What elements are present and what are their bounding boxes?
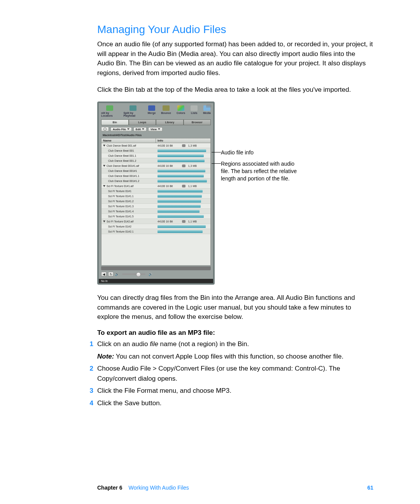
table-row[interactable]: Club Dance Beat 001#1.aif44100 16 Bit1,3…	[102, 163, 210, 168]
callouts: Audio file info Regions associated with …	[221, 102, 299, 285]
step-body: Click on an audio file name (not a regio…	[97, 339, 343, 361]
table-row[interactable]: Club Dance Beat 001.2	[102, 158, 210, 163]
file-info: 44100 16 Bit	[158, 185, 181, 187]
file-name: Sci Fi Texture 01#2.aif	[107, 220, 133, 223]
disclosure-triangle-icon[interactable]	[103, 165, 105, 167]
step-body: Click the Save button.	[97, 398, 161, 408]
step-text: Click on an audio	[97, 340, 150, 348]
link-icon	[103, 128, 107, 131]
steps-list: 1 Click on an audio file name (not a reg…	[97, 339, 373, 408]
tool-label: Merge	[148, 112, 156, 114]
status-strip	[101, 266, 211, 270]
tool-lists[interactable]: Lists	[191, 105, 198, 114]
loop-icon: ↻	[110, 273, 112, 276]
tab-library[interactable]: Library	[156, 119, 184, 125]
footer-title: Working With Audio Files	[128, 485, 189, 491]
stereo-icon	[182, 164, 186, 167]
step-2: 2 Choose Audio File > Copy/Convert Files…	[97, 364, 373, 383]
callout-text: Audio file info	[221, 149, 254, 156]
file-rows: Club Dance Beat 001.aif44100 16 Bit1,3 M…	[101, 143, 211, 266]
table-row[interactable]: Sci Fi Texture 01#1.2	[102, 199, 210, 204]
file-info: 44100 16 Bit	[158, 164, 181, 167]
table-row[interactable]: Club Dance Beat 001#1.2	[102, 178, 210, 184]
col-name[interactable]: Name	[102, 138, 156, 143]
file-name: Club Dance Beat 001.1	[108, 154, 136, 157]
region-bar	[158, 205, 201, 208]
media-tabs: Bin Loops Library Browser	[101, 119, 211, 125]
step-1: 1 Click on an audio file name (not a reg…	[97, 339, 373, 361]
region-bar	[158, 200, 201, 203]
file-name: Sci Fi Texture 01#1.5	[108, 215, 134, 218]
table-row[interactable]: Sci Fi Texture 01#1.4	[102, 209, 210, 214]
volume-slider[interactable]	[122, 273, 145, 275]
table-row[interactable]: Sci Fi Texture 01#1.1	[102, 194, 210, 199]
table-row[interactable]: Sci Fi Texture 01#1	[102, 189, 210, 194]
disclosure-triangle-icon[interactable]	[103, 220, 105, 222]
bounce-icon	[163, 105, 170, 111]
tool-split-locators[interactable]: olit by Locators	[101, 105, 118, 117]
step-note: Note: You can not convert Apple Loop fil…	[97, 352, 343, 362]
table-row[interactable]: Sci Fi Texture 01#2.1	[102, 229, 210, 234]
table-row[interactable]: Sci Fi Texture 01#1.aif44100 16 Bit1,1 M…	[102, 184, 210, 189]
callout-text: Regions associated with audio file. The …	[221, 161, 297, 182]
volume-low-icon: 🔈	[115, 273, 119, 276]
table-row[interactable]: Sci Fi Texture 01#2.aif44100 16 Bit1,1 M…	[102, 219, 210, 224]
window-grip-icon	[206, 105, 212, 108]
leader-line-icon	[212, 163, 221, 164]
tool-split-playhead[interactable]: Split by Playhead	[123, 105, 142, 117]
task-heading: To export an audio file as an MP3 file:	[97, 329, 373, 337]
disclosure-triangle-icon[interactable]	[103, 185, 105, 187]
file-name: Club Dance Beat 001.2	[108, 159, 136, 162]
step-text: name (not a region) in the Bin.	[158, 340, 249, 348]
note-body: You can not convert Apple Loop files wit…	[114, 353, 343, 360]
page-title: Managing Your Audio Files	[97, 23, 373, 36]
file-name: Sci Fi Texture 01#2.1	[108, 230, 134, 233]
footer-page-number: 61	[367, 485, 373, 491]
region-bar	[158, 230, 203, 233]
file-size: 1,3 MB	[187, 164, 197, 167]
table-row[interactable]: Sci Fi Texture 01#1.5	[102, 214, 210, 219]
tool-bounce[interactable]: Bounce	[161, 105, 171, 114]
step-body: Click the File Format menu, and choose M…	[97, 386, 231, 396]
file-name: Club Dance Beat 001#1.1	[108, 175, 139, 177]
region-bar	[158, 195, 202, 198]
tab-loops[interactable]: Loops	[129, 119, 156, 125]
body-paragraph-3: You can directly drag files from the Bin…	[97, 293, 373, 322]
file-name: Sci Fi Texture 01#1.1	[108, 195, 134, 198]
region-bar	[158, 225, 206, 228]
loop-button[interactable]: ↻	[108, 272, 114, 276]
tab-browser[interactable]: Browser	[184, 119, 211, 125]
tool-colors[interactable]: Colors	[177, 105, 185, 114]
screenshot-wrapper: olit by Locators Split by Playhead Merge…	[97, 102, 373, 285]
step-number: 3	[88, 386, 93, 396]
table-row[interactable]: Club Dance Beat 001#1	[102, 168, 210, 173]
table-row[interactable]: Sci Fi Texture 01#1.3	[102, 204, 210, 209]
note-label: Note:	[97, 353, 114, 360]
table-row[interactable]: Club Dance Beat 001#1.1	[102, 173, 210, 178]
tool-merge[interactable]: Merge	[148, 105, 156, 114]
menu-label: Audio File	[113, 128, 126, 131]
region-bar	[158, 215, 204, 218]
menu-view[interactable]: View	[148, 127, 163, 131]
table-row[interactable]: Club Dance Beat 001.1	[102, 153, 210, 158]
table-row[interactable]: Sci Fi Texture 01#2	[102, 224, 210, 229]
menu-edit[interactable]: Edit	[133, 127, 147, 131]
disclosure-triangle-icon[interactable]	[103, 145, 105, 147]
breadcrumb-path: MacintoshHD/Test/Audio Files	[101, 133, 211, 137]
no-input-label: No In	[99, 279, 213, 283]
table-row[interactable]: Club Dance Beat 001.aif44100 16 Bit1,3 M…	[102, 143, 210, 148]
volume-high-icon: 🔊	[149, 273, 152, 276]
tab-bin[interactable]: Bin	[101, 119, 129, 125]
stereo-icon	[182, 144, 186, 147]
link-button[interactable]	[101, 127, 109, 131]
table-row[interactable]: Club Dance Beat 001	[102, 148, 210, 153]
play-button[interactable]: ◀	[101, 272, 107, 276]
region-bar	[158, 159, 205, 162]
tool-label: Split by Playhead	[123, 112, 142, 117]
menu-audio-file[interactable]: Audio File	[110, 127, 132, 131]
file-name: Sci Fi Texture 01#1.2	[108, 200, 134, 203]
region-bar	[158, 190, 203, 192]
file-name: Sci Fi Texture 01#1.aif	[107, 185, 133, 187]
col-info[interactable]: Info	[156, 138, 210, 143]
file-name: Sci Fi Texture 01#1.4	[108, 210, 134, 213]
